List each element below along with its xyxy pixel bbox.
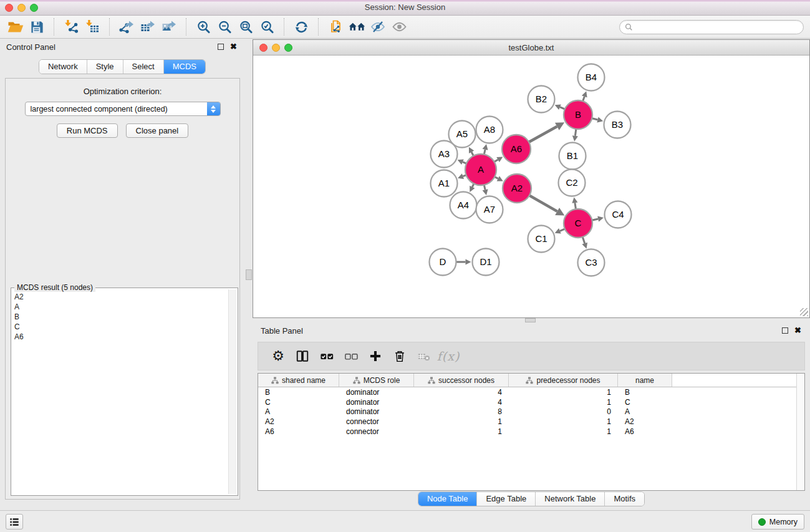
zoom-in-button[interactable]	[193, 17, 214, 37]
new-network-from-selection-button[interactable]	[325, 17, 346, 37]
column-header-shared-name[interactable]: shared name	[258, 374, 339, 387]
result-item-A[interactable]: A	[13, 302, 228, 312]
tab-network-table[interactable]: Network Table	[536, 492, 605, 506]
cell-predecessor-nodes[interactable]: 1	[509, 417, 618, 426]
hide-selected-button[interactable]	[367, 17, 388, 37]
table-row-A6[interactable]: A6connector11A6	[258, 427, 804, 437]
tab-network[interactable]: Network	[39, 60, 87, 74]
cell-MCDS-role[interactable]: dominator	[339, 407, 414, 416]
memory-button[interactable]: Memory	[751, 514, 804, 530]
export-table-button[interactable]	[137, 17, 158, 37]
add-column-button[interactable]	[364, 345, 387, 367]
graph-node-label-A: A	[478, 164, 484, 175]
zoom-fit-button[interactable]	[235, 17, 256, 37]
cell-shared-name[interactable]: A	[258, 407, 339, 416]
close-panel-button[interactable]: Close panel	[126, 123, 189, 138]
criterion-select[interactable]: largest connected component (directed)	[25, 102, 221, 116]
search-box[interactable]	[619, 20, 804, 34]
column-type-icon	[526, 377, 533, 384]
cell-MCDS-role[interactable]: dominator	[339, 388, 414, 397]
table-row-A2[interactable]: A2connector11A2	[258, 417, 804, 427]
table-row-B[interactable]: Bdominator41B	[258, 387, 804, 397]
toolbar-separator	[284, 18, 284, 36]
task-history-button[interactable]	[6, 514, 23, 530]
tab-edge-table[interactable]: Edge Table	[477, 492, 536, 506]
graph-node-label-A8: A8	[484, 124, 495, 135]
result-item-B[interactable]: B	[13, 312, 228, 322]
vertical-splitter-grip[interactable]	[246, 269, 252, 280]
column-header-name[interactable]: name	[618, 374, 672, 387]
horizontal-splitter-grip[interactable]	[525, 318, 536, 322]
graph-node-label-C3: C3	[585, 257, 597, 268]
cell-name[interactable]: A	[618, 407, 672, 416]
result-item-A2[interactable]: A2	[13, 292, 228, 302]
close-table-panel-icon[interactable]: ✖	[794, 327, 801, 334]
resize-grip-icon[interactable]	[800, 308, 808, 316]
result-item-C[interactable]: C	[13, 322, 228, 332]
tab-select[interactable]: Select	[123, 60, 164, 74]
home-views-button[interactable]	[346, 17, 367, 37]
table-settings-button[interactable]: ⚙	[267, 345, 289, 367]
cell-successor-nodes[interactable]: 4	[414, 388, 509, 397]
import-network-button[interactable]	[60, 17, 82, 37]
select-stepper-icon[interactable]	[207, 102, 220, 115]
save-session-button[interactable]	[26, 17, 47, 37]
deselect-all-checks-button[interactable]	[340, 345, 362, 367]
open-session-button[interactable]	[5, 17, 26, 37]
close-panel-icon[interactable]: ✖	[230, 44, 237, 50]
mcds-result-list[interactable]: A2ABCA6	[13, 292, 228, 494]
cell-successor-nodes[interactable]: 8	[414, 407, 509, 416]
table-scrollbar[interactable]	[796, 374, 804, 490]
cell-shared-name[interactable]: A2	[258, 417, 339, 426]
table-row-A[interactable]: Adominator80A	[258, 407, 804, 417]
show-selected-button[interactable]	[388, 17, 410, 37]
cell-MCDS-role[interactable]: connector	[339, 417, 414, 426]
tab-node-table[interactable]: Node Table	[418, 492, 478, 506]
select-all-checks-button[interactable]	[316, 345, 338, 367]
cell-predecessor-nodes[interactable]: 1	[509, 427, 618, 436]
cell-name[interactable]: B	[618, 388, 672, 397]
column-visibility-button[interactable]	[291, 345, 314, 367]
cell-MCDS-role[interactable]: dominator	[339, 398, 414, 407]
run-mcds-button[interactable]: Run MCDS	[57, 123, 118, 138]
memory-label: Memory	[769, 518, 798, 526]
export-network-button[interactable]	[116, 17, 137, 37]
cell-predecessor-nodes[interactable]: 1	[509, 388, 618, 397]
column-header-predecessor-nodes[interactable]: predecessor nodes	[509, 374, 618, 387]
column-header-successor-nodes[interactable]: successor nodes	[414, 374, 509, 387]
cell-predecessor-nodes[interactable]: 0	[509, 407, 618, 416]
cell-name[interactable]: C	[618, 398, 672, 407]
function-builder-button: f(x)	[437, 345, 460, 367]
cell-successor-nodes[interactable]: 1	[414, 417, 509, 426]
export-image-button[interactable]	[158, 17, 180, 37]
float-table-panel-icon[interactable]	[782, 327, 788, 334]
delete-column-button[interactable]	[388, 345, 411, 367]
cell-successor-nodes[interactable]: 1	[414, 427, 509, 436]
table-row-C[interactable]: Cdominator41C	[258, 397, 804, 407]
cell-successor-nodes[interactable]: 4	[414, 398, 509, 407]
cell-MCDS-role[interactable]: connector	[339, 427, 414, 436]
cell-shared-name[interactable]: A6	[258, 427, 339, 436]
result-item-A6[interactable]: A6	[13, 332, 228, 342]
float-panel-icon[interactable]	[218, 44, 224, 50]
cell-name[interactable]: A2	[618, 417, 672, 426]
gear-icon: ⚙	[272, 349, 284, 363]
search-input[interactable]	[635, 22, 798, 31]
cell-predecessor-nodes[interactable]: 1	[509, 398, 618, 407]
zoom-selected-button[interactable]	[256, 17, 277, 37]
cell-shared-name[interactable]: C	[258, 398, 339, 407]
export-image-icon	[162, 19, 176, 34]
cell-name[interactable]: A6	[618, 427, 672, 436]
cell-shared-name[interactable]: B	[258, 388, 339, 397]
refresh-button[interactable]	[291, 17, 312, 37]
session-title: Session: New Session	[0, 2, 810, 12]
column-header-MCDS-role[interactable]: MCDS role	[339, 374, 414, 387]
import-table-button[interactable]	[82, 17, 103, 37]
network-canvas[interactable]: B4B2BB3A5A8A6A3B1AA1C2A2A4A7C4CC1C3DD1	[254, 56, 809, 317]
tab-style[interactable]: Style	[87, 60, 123, 74]
zoom-out-button[interactable]	[214, 17, 235, 37]
graph-arrowhead	[466, 259, 471, 264]
tab-motifs[interactable]: Motifs	[605, 492, 644, 506]
result-scrollbar[interactable]	[228, 289, 236, 494]
tab-mcds[interactable]: MCDS	[164, 60, 205, 74]
